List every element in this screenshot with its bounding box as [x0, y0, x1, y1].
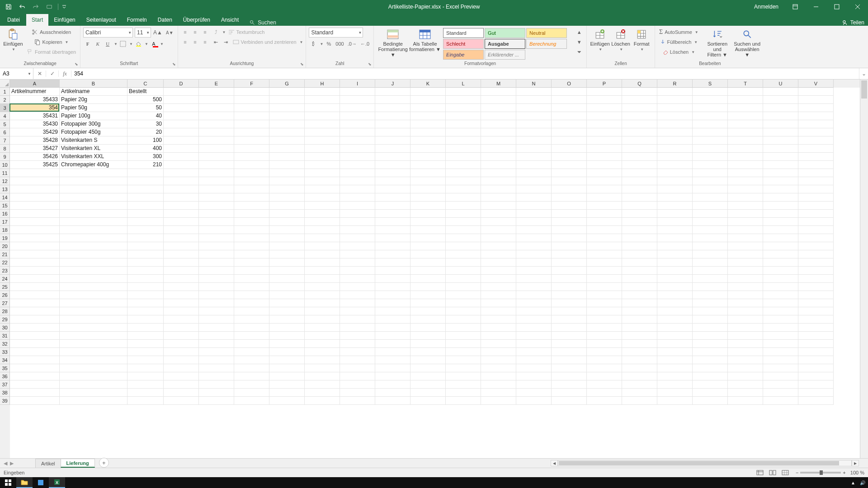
- cell-A25[interactable]: [10, 283, 60, 291]
- cell-V9[interactable]: [798, 153, 834, 161]
- cell-F28[interactable]: [234, 307, 269, 315]
- cell-J12[interactable]: [375, 177, 410, 185]
- cell-G33[interactable]: [269, 348, 305, 356]
- cell-Q34[interactable]: [622, 356, 657, 364]
- tab-home[interactable]: Start: [26, 14, 48, 26]
- cell-N9[interactable]: [516, 153, 552, 161]
- autosum-button[interactable]: Σ AutoSumme▼: [658, 28, 700, 37]
- cell-Q21[interactable]: [622, 250, 657, 258]
- cell-I19[interactable]: [340, 234, 375, 242]
- cell-Q16[interactable]: [622, 210, 657, 218]
- cell-S35[interactable]: [693, 364, 728, 372]
- cell-O8[interactable]: [552, 145, 587, 153]
- cell-J24[interactable]: [375, 275, 410, 283]
- cell-T2[interactable]: [728, 96, 763, 104]
- cell-V33[interactable]: [798, 348, 834, 356]
- cell-H28[interactable]: [305, 307, 340, 315]
- cell-F21[interactable]: [234, 250, 269, 258]
- cell-O36[interactable]: [552, 372, 587, 380]
- cell-C10[interactable]: 210: [127, 161, 164, 169]
- cell-E13[interactable]: [199, 185, 234, 193]
- cell-J5[interactable]: [375, 120, 410, 128]
- dialog-launcher-icon[interactable]: ⬊: [75, 62, 78, 66]
- cell-T29[interactable]: [728, 315, 763, 324]
- cell-P24[interactable]: [587, 275, 622, 283]
- cell-V12[interactable]: [798, 177, 834, 185]
- cell-C6[interactable]: 20: [127, 128, 164, 136]
- cell-U3[interactable]: [763, 104, 798, 112]
- cell-M27[interactable]: [481, 299, 516, 307]
- cell-C16[interactable]: [127, 210, 164, 218]
- cell-I33[interactable]: [340, 348, 375, 356]
- cell-C17[interactable]: [127, 218, 164, 226]
- cell-H25[interactable]: [305, 283, 340, 291]
- row-header-11[interactable]: 11: [0, 169, 10, 177]
- cell-O32[interactable]: [552, 340, 587, 348]
- cell-A26[interactable]: [10, 291, 60, 299]
- cell-E39[interactable]: [199, 397, 234, 405]
- cell-P31[interactable]: [587, 332, 622, 340]
- cell-S5[interactable]: [693, 120, 728, 128]
- cell-V1[interactable]: [798, 88, 834, 96]
- cell-F35[interactable]: [234, 364, 269, 372]
- cell-S33[interactable]: [693, 348, 728, 356]
- cell-A8[interactable]: 35427: [10, 145, 60, 153]
- cell-I2[interactable]: [340, 96, 375, 104]
- row-header-23[interactable]: 23: [0, 267, 10, 275]
- share-button[interactable]: Teilen: [850, 19, 864, 26]
- cell-J34[interactable]: [375, 356, 410, 364]
- cell-E2[interactable]: [199, 96, 234, 104]
- cell-Q36[interactable]: [622, 372, 657, 380]
- cell-O27[interactable]: [552, 299, 587, 307]
- style-erklarender[interactable]: Erklärender ...: [485, 50, 525, 60]
- cell-J36[interactable]: [375, 372, 410, 380]
- cell-T31[interactable]: [728, 332, 763, 340]
- cell-O7[interactable]: [552, 136, 587, 145]
- cell-B11[interactable]: [60, 169, 127, 177]
- cell-T24[interactable]: [728, 275, 763, 283]
- cell-C5[interactable]: 30: [127, 120, 164, 128]
- cell-R34[interactable]: [657, 356, 693, 364]
- cell-L2[interactable]: [446, 96, 481, 104]
- horizontal-scrollbar[interactable]: [558, 460, 852, 466]
- cell-M20[interactable]: [481, 242, 516, 250]
- cell-G13[interactable]: [269, 185, 305, 193]
- style-standard[interactable]: Standard: [443, 28, 484, 38]
- cell-J22[interactable]: [375, 258, 410, 267]
- col-header-R[interactable]: R: [657, 80, 693, 88]
- cell-P20[interactable]: [587, 242, 622, 250]
- cell-A7[interactable]: 35428: [10, 136, 60, 145]
- cell-V34[interactable]: [798, 356, 834, 364]
- cell-Q11[interactable]: [622, 169, 657, 177]
- cell-S25[interactable]: [693, 283, 728, 291]
- cell-Q6[interactable]: [622, 128, 657, 136]
- cell-H1[interactable]: [305, 88, 340, 96]
- cell-U34[interactable]: [763, 356, 798, 364]
- cell-U9[interactable]: [763, 153, 798, 161]
- cell-P30[interactable]: [587, 324, 622, 332]
- increase-font-icon[interactable]: A▲: [152, 28, 164, 37]
- cell-A20[interactable]: [10, 242, 60, 250]
- cell-F16[interactable]: [234, 210, 269, 218]
- cell-L30[interactable]: [446, 324, 481, 332]
- row-header-5[interactable]: 5: [0, 120, 10, 128]
- cell-V18[interactable]: [798, 226, 834, 234]
- cell-C1[interactable]: Bestellt: [127, 88, 164, 96]
- cell-O2[interactable]: [552, 96, 587, 104]
- cell-D11[interactable]: [164, 169, 199, 177]
- cell-T37[interactable]: [728, 380, 763, 389]
- cell-F10[interactable]: [234, 161, 269, 169]
- cell-D2[interactable]: [164, 96, 199, 104]
- cell-B28[interactable]: [60, 307, 127, 315]
- cell-C29[interactable]: [127, 315, 164, 324]
- cell-U23[interactable]: [763, 267, 798, 275]
- zoom-in-icon[interactable]: +: [843, 470, 845, 475]
- cell-N12[interactable]: [516, 177, 552, 185]
- cell-G22[interactable]: [269, 258, 305, 267]
- cell-P36[interactable]: [587, 372, 622, 380]
- cell-M7[interactable]: [481, 136, 516, 145]
- col-header-E[interactable]: E: [199, 80, 234, 88]
- cell-Q23[interactable]: [622, 267, 657, 275]
- cell-C31[interactable]: [127, 332, 164, 340]
- cell-M31[interactable]: [481, 332, 516, 340]
